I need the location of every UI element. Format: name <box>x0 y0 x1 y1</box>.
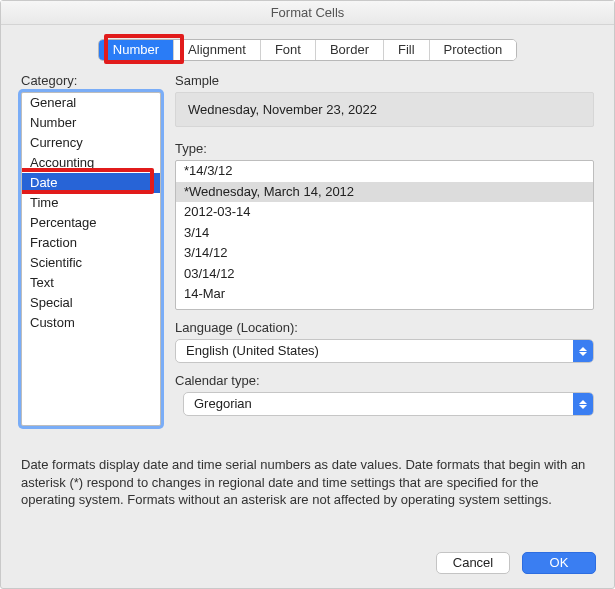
language-dropdown[interactable]: English (United States) <box>175 339 594 363</box>
category-item-special[interactable]: Special <box>22 293 160 313</box>
language-value: English (United States) <box>176 340 573 362</box>
sample-value: Wednesday, November 23, 2022 <box>175 92 594 127</box>
calendar-value: Gregorian <box>184 393 573 415</box>
type-item[interactable]: 14-Mar <box>176 284 593 305</box>
category-item-accounting[interactable]: Accounting <box>22 153 160 173</box>
category-item-date[interactable]: Date <box>22 173 160 193</box>
category-item-percentage[interactable]: Percentage <box>22 213 160 233</box>
type-item[interactable]: *14/3/12 <box>176 161 593 182</box>
category-list[interactable]: GeneralNumberCurrencyAccountingDateTimeP… <box>21 92 161 426</box>
right-column: Sample Wednesday, November 23, 2022 Type… <box>175 73 594 426</box>
type-item[interactable]: 2012-03-14 <box>176 202 593 223</box>
category-item-fraction[interactable]: Fraction <box>22 233 160 253</box>
category-label: Category: <box>21 73 161 88</box>
category-item-text[interactable]: Text <box>22 273 160 293</box>
calendar-dropdown[interactable]: Gregorian <box>183 392 594 416</box>
left-column: Category: GeneralNumberCurrencyAccountin… <box>21 73 161 426</box>
tab-alignment[interactable]: Alignment <box>174 40 261 60</box>
language-label: Language (Location): <box>175 320 594 335</box>
type-item[interactable]: 3/14 <box>176 223 593 244</box>
dialog-footer: Cancel OK <box>1 542 614 588</box>
main-columns: Category: GeneralNumberCurrencyAccountin… <box>21 73 594 426</box>
calendar-label: Calendar type: <box>175 373 594 388</box>
type-item[interactable]: *Wednesday, March 14, 2012 <box>176 182 593 203</box>
tab-border[interactable]: Border <box>316 40 384 60</box>
dropdown-stepper-icon <box>573 340 593 362</box>
window-title: Format Cells <box>1 1 614 25</box>
category-item-scientific[interactable]: Scientific <box>22 253 160 273</box>
dropdown-stepper-icon <box>573 393 593 415</box>
category-item-number[interactable]: Number <box>22 113 160 133</box>
category-item-custom[interactable]: Custom <box>22 313 160 333</box>
type-list[interactable]: *14/3/12*Wednesday, March 14, 20122012-0… <box>175 160 594 310</box>
type-label: Type: <box>175 141 594 156</box>
type-item[interactable]: 3/14/12 <box>176 243 593 264</box>
dialog-body: NumberAlignmentFontBorderFillProtection … <box>1 25 614 542</box>
tab-fill[interactable]: Fill <box>384 40 430 60</box>
tab-row-container: NumberAlignmentFontBorderFillProtection <box>21 39 594 61</box>
tab-number[interactable]: Number <box>99 40 174 60</box>
tab-font[interactable]: Font <box>261 40 316 60</box>
type-item[interactable]: 14-Mar-12 <box>176 305 593 311</box>
category-item-general[interactable]: General <box>22 93 160 113</box>
cancel-button[interactable]: Cancel <box>436 552 510 574</box>
category-item-time[interactable]: Time <box>22 193 160 213</box>
type-item[interactable]: 03/14/12 <box>176 264 593 285</box>
tab-row: NumberAlignmentFontBorderFillProtection <box>98 39 517 61</box>
category-item-currency[interactable]: Currency <box>22 133 160 153</box>
ok-button[interactable]: OK <box>522 552 596 574</box>
description-text: Date formats display date and time seria… <box>21 456 594 509</box>
sample-label: Sample <box>175 73 594 88</box>
format-cells-dialog: Format Cells NumberAlignmentFontBorderFi… <box>0 0 615 589</box>
tab-protection[interactable]: Protection <box>430 40 517 60</box>
